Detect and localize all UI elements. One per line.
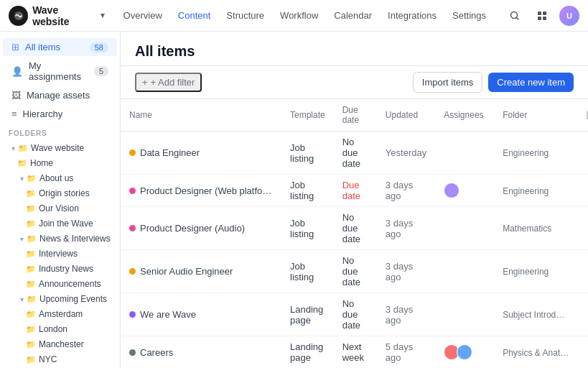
item-template-cell: Landing page [281,336,334,369]
folder-icon: 📁 [27,234,37,244]
sidebar-item-my-assignments[interactable]: 👤My assignments5 [3,57,117,86]
tree-item-nyc[interactable]: 📁NYC [3,352,117,367]
import-button[interactable]: Import items [413,72,483,93]
svg-rect-3 [543,12,546,15]
col-header-name: Name [121,99,281,132]
nav-link-calendar[interactable]: Calendar [327,7,379,24]
tree-item-home[interactable]: 📁Home [3,156,117,170]
user-avatar[interactable]: U [559,6,579,26]
item-folder-cell: Physics & Anat… [494,336,577,369]
col-header-updated: Updated [377,99,435,132]
col-header-comments [577,99,588,132]
create-button[interactable]: Create new item [488,73,574,92]
nav-link-settings[interactable]: Settings [445,7,493,24]
sidebar-badge: 58 [90,42,108,52]
nav-link-workflow[interactable]: Workflow [273,7,325,24]
tree-item-amsterdam[interactable]: 📁Amsterdam [3,307,117,321]
tree-label: Upcoming Events [39,294,111,304]
folder-icon: 📁 [26,249,36,259]
tree-item-upcoming-events[interactable]: ▾📁Upcoming Events [3,292,117,306]
search-button[interactable] [505,6,525,26]
tree-item-manchester[interactable]: 📁Manchester [3,337,117,351]
folders-label: FOLDERS [0,124,120,140]
due-date: No due date [342,137,360,169]
grid-button[interactable] [532,6,552,26]
nav-links: OverviewContentStructureWorkflowCalendar… [116,7,493,24]
table-row[interactable]: Product Designer (Audio) Job listing No … [121,207,588,250]
col-header-assignees: Assignees [435,99,494,132]
due-date: Next week [342,341,364,363]
status-dot [129,268,136,275]
sidebar-item-hierarchy[interactable]: ≡Hierarchy [3,105,117,123]
tree-item-interviews[interactable]: 📁Interviews [3,247,117,261]
tree-chevron: ▾ [20,295,24,303]
tree-chevron: ▾ [20,175,24,183]
tree-label: About us [39,173,111,183]
col-header-due: Due date [334,99,377,132]
item-updated-cell: 5 days ago [377,336,435,369]
folder-icon: 📁 [26,280,36,289]
tree-item-origin-stories[interactable]: 📁Origin stories [3,186,117,201]
tree-chevron: ▾ [11,144,15,152]
nav-link-structure[interactable]: Structure [219,7,271,24]
table-row[interactable]: Product Designer (Web platfor… Job listi… [121,175,588,207]
item-due-cell: Due date [334,175,377,207]
assignee-avatar [457,344,472,360]
add-filter-button[interactable]: + + Add filter [135,73,202,92]
nav-link-overview[interactable]: Overview [116,7,169,24]
col-header-folder: Folder [494,99,577,132]
sidebar-label: Hierarchy [23,109,63,119]
folder-icon: 📁 [26,264,36,274]
sidebar-icon: ⊞ [11,42,19,52]
table-row[interactable]: Careers Landing page Next week 5 days ag… [121,336,588,369]
app-chevron: ▾ [101,11,105,20]
sidebar-item-manage-assets[interactable]: 🖼Manage assets [3,86,117,104]
app-logo[interactable]: Wave website ▾ [9,4,105,27]
table-row[interactable]: We are Wave Landing page No due date 3 d… [121,293,588,336]
nav-link-content[interactable]: Content [171,7,218,24]
table-row[interactable]: Senior Audio Engineer Job listing No due… [121,250,588,293]
item-updated-cell: 3 days ago [377,207,435,250]
tree-label: News & Interviews [39,234,111,244]
item-assignees-cell [435,132,494,175]
nav-link-integrations[interactable]: Integrations [381,7,444,24]
item-folder-cell: Engineering [494,250,577,293]
tree-item-about-us[interactable]: ▾📁About us [3,171,117,185]
sidebar-item-all-items[interactable]: ⊞All items58 [3,38,117,56]
item-name-text: We are Wave [140,309,196,320]
tree-label: Wave website [31,143,111,153]
status-dot [129,311,136,318]
add-filter-icon: + [142,77,148,88]
tree-chevron: ▾ [20,235,24,243]
item-assignees-cell [435,336,494,369]
tree-label: NYC [39,354,111,364]
tree-item-wave-website[interactable]: ▾📁Wave website [3,141,117,155]
item-updated-cell: 3 days ago [377,175,435,207]
item-assignees-cell [435,207,494,250]
status-dot [129,188,136,194]
tree-label: Interviews [39,249,111,259]
main-layout: ⊞All items58👤My assignments5🖼Manage asse… [0,32,588,368]
folder-icon: 📁 [17,159,27,168]
tree-item-london[interactable]: 📁London [3,322,117,336]
folder-icon: 📁 [26,310,36,319]
tree-item-join-the-wave[interactable]: 📁Join the Wave [3,216,117,231]
folder-icon: 📁 [26,189,36,198]
item-assignees-cell [435,250,494,293]
due-date: No due date [342,298,360,331]
item-due-cell: No due date [334,250,377,293]
tree-label: Amsterdam [39,309,111,319]
tree-item-announcements[interactable]: 📁Announcements [3,277,117,291]
item-updated-cell: 3 days ago [377,293,435,336]
tree-item-industry-news[interactable]: 📁Industry News [3,262,117,276]
tree-item-our-vision[interactable]: 📁Our Vision [3,201,117,216]
item-template-cell: Job listing [281,132,334,175]
table-row[interactable]: Data Engineer Job listing No due date Ye… [121,132,588,175]
folder-icon: 📁 [27,174,37,183]
item-name-text: Senior Audio Engineer [140,266,233,277]
sidebar-label: My assignments [29,60,88,82]
folder-text: Physics & Anat… [503,348,569,358]
folder-text: Mathematics [503,224,551,234]
tree-item-news-interviews[interactable]: ▾📁News & Interviews [3,231,117,246]
folder-icon: 📁 [26,340,36,349]
